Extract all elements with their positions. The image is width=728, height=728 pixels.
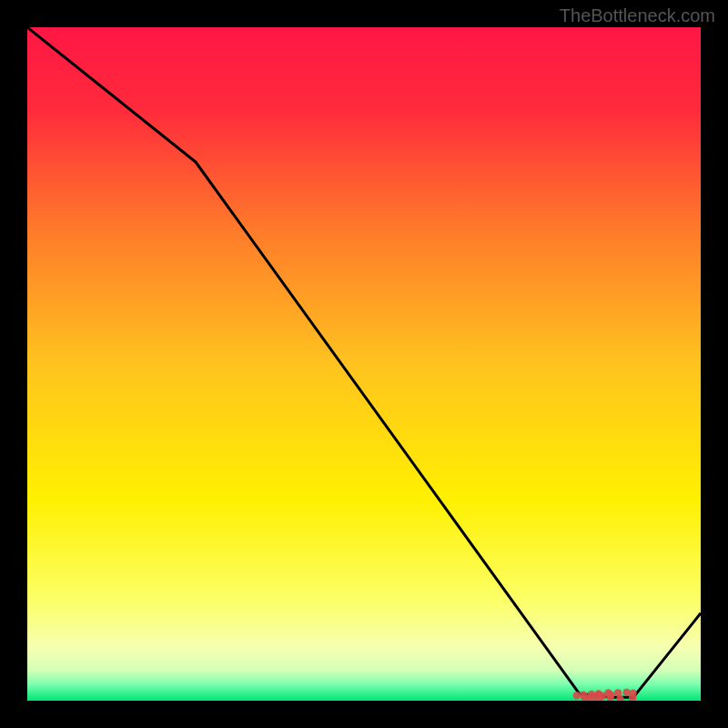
watermark-text: TheBottleneck.com [560,5,715,26]
chart-container [27,27,701,701]
svg-rect-0 [27,27,701,701]
bottleneck-chart [27,27,701,701]
svg-point-18 [629,690,636,697]
svg-point-1 [573,692,581,699]
